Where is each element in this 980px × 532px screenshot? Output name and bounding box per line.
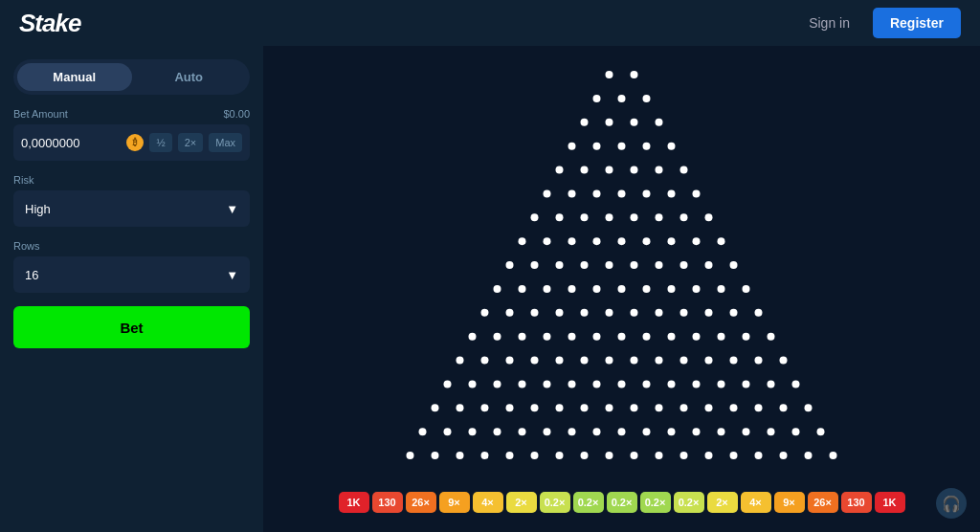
multiplier-chip: 0.2× [640,492,671,513]
svg-point-164 [705,452,713,459]
bet-input-row: 0,0000000 ₿ ½ 2× Max [13,124,250,161]
svg-point-141 [568,428,576,435]
svg-point-6 [606,119,613,126]
multiplier-chip: 26× [808,492,838,513]
multiplier-chip: 9× [439,492,470,513]
svg-point-17 [631,166,638,174]
risk-chevron-icon: ▼ [226,202,238,216]
svg-point-123 [531,404,539,411]
svg-point-61 [668,285,676,293]
svg-point-133 [780,404,788,411]
svg-point-4 [643,95,651,102]
svg-point-152 [407,452,414,459]
svg-point-154 [457,452,464,459]
svg-point-131 [730,404,738,411]
risk-select[interactable]: High ▼ [13,190,250,227]
main-layout: Manual Auto Bet Amount $0.00 0,0000000 ₿… [0,46,980,532]
svg-point-158 [556,452,564,459]
svg-point-160 [606,452,613,459]
risk-label: Risk [13,174,250,186]
svg-point-165 [730,452,738,459]
svg-point-8 [656,119,663,126]
svg-point-126 [606,404,613,411]
svg-point-110 [593,380,601,388]
multiplier-chip: 0.2× [540,492,570,513]
svg-point-11 [618,143,626,150]
svg-point-18 [656,166,663,174]
multiplier-chip: 1K [339,492,369,513]
svg-point-105 [469,380,477,388]
svg-point-46 [556,261,564,269]
svg-point-1 [631,71,638,78]
svg-point-122 [506,404,514,411]
svg-point-94 [556,357,564,365]
svg-point-44 [506,261,514,269]
svg-point-23 [618,189,626,197]
svg-point-80 [544,333,551,341]
svg-point-149 [768,428,775,435]
svg-point-98 [656,357,663,365]
svg-point-47 [581,261,589,269]
svg-point-22 [593,189,601,197]
svg-point-111 [618,380,626,388]
svg-point-143 [618,428,626,435]
plinko-svg [263,46,980,532]
svg-point-19 [680,166,688,174]
svg-point-156 [506,452,514,459]
svg-point-16 [606,166,613,174]
svg-point-155 [481,452,489,459]
svg-point-139 [519,428,526,435]
svg-point-107 [519,380,526,388]
svg-point-24 [643,189,651,197]
svg-point-114 [693,380,701,388]
svg-point-74 [705,309,713,317]
svg-point-57 [568,285,576,293]
svg-point-157 [531,452,539,459]
sign-in-button[interactable]: Sign in [797,10,861,36]
svg-point-43 [718,237,725,245]
svg-point-100 [705,357,713,365]
tab-manual[interactable]: Manual [17,63,132,91]
rows-select[interactable]: 16 ▼ [13,256,250,293]
svg-point-30 [606,213,613,221]
multiplier-chip: 4× [741,492,771,513]
max-button[interactable]: Max [209,133,242,152]
multiplier-row: 1K13026×9×4×2×0.2×0.2×0.2×0.2×0.2×2×4×9×… [263,492,980,513]
header: Stake Sign in Register [0,0,980,46]
svg-point-60 [643,285,651,293]
svg-point-69 [581,309,589,317]
svg-point-66 [506,309,514,317]
bet-amount-display: $0.00 [223,108,250,120]
register-button[interactable]: Register [873,8,961,38]
svg-point-146 [693,428,701,435]
risk-value: High [25,202,51,216]
svg-point-104 [444,380,452,388]
svg-point-71 [631,309,638,317]
svg-point-90 [457,357,464,365]
svg-point-87 [718,333,725,341]
support-icon[interactable]: 🎧 [936,488,967,519]
multiplier-chip: 4× [473,492,503,513]
rows-value: 16 [25,268,38,282]
svg-point-56 [544,285,551,293]
sidebar: Manual Auto Bet Amount $0.00 0,0000000 ₿… [0,46,263,532]
svg-point-137 [469,428,477,435]
svg-point-130 [705,404,713,411]
double-button[interactable]: 2× [178,133,204,152]
bet-amount-input[interactable]: 0,0000000 [21,136,121,150]
svg-point-9 [568,143,576,150]
tab-auto[interactable]: Auto [132,63,247,91]
half-button[interactable]: ½ [149,133,171,152]
svg-point-166 [755,452,763,459]
plinko-canvas [263,46,980,532]
svg-point-95 [581,357,589,365]
risk-group: Risk High ▼ [13,174,250,227]
bet-button[interactable]: Bet [13,306,250,348]
bet-amount-label: Bet Amount $0.00 [13,108,250,120]
svg-point-63 [718,285,725,293]
svg-point-85 [668,333,676,341]
multiplier-chip: 2× [506,492,537,513]
svg-point-92 [506,357,514,365]
coin-icon: ₿ [126,134,144,151]
svg-point-27 [531,213,539,221]
